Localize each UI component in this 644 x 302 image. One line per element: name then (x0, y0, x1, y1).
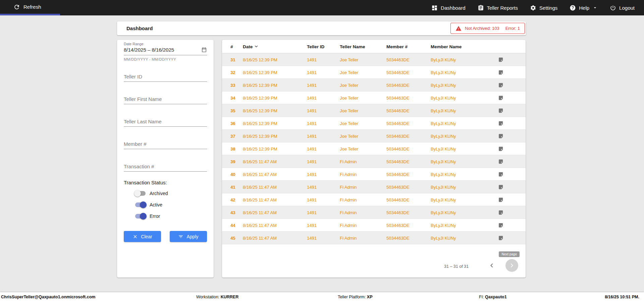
table-row[interactable]: 34 8/16/25 12:39 PM 1491 Joe Teller 5034… (222, 92, 526, 104)
table-row[interactable]: 36 8/16/25 12:39 PM 1491 Joe Teller 5034… (222, 117, 526, 130)
row-number: 44 (230, 223, 235, 228)
note-icon[interactable] (498, 95, 504, 101)
table-row[interactable]: 38 8/16/25 12:39 PM 1491 Joe Teller 5034… (222, 142, 526, 155)
table-row[interactable]: 43 8/16/25 11:47 AM 1491 Fi Admin 503446… (222, 206, 526, 219)
table-row[interactable]: 33 8/16/25 12:39 PM 1491 Joe Teller 5034… (222, 79, 526, 92)
topbar: Refresh Dashboard Teller Reports Setting… (0, 0, 644, 15)
row-number: 41 (230, 184, 235, 189)
nav-dashboard[interactable]: Dashboard (431, 5, 465, 11)
table-row[interactable]: 35 8/16/25 12:39 PM 1491 Joe Teller 5034… (222, 104, 526, 117)
refresh-button[interactable]: Refresh (13, 0, 41, 14)
row-member-name: ByLyJl KUNy (431, 197, 456, 202)
col-header-member-number[interactable]: Member # (386, 44, 408, 49)
footer-workstation-value: KURRER (221, 295, 238, 299)
note-icon[interactable] (498, 197, 504, 202)
row-member-number: 5034463DE (386, 146, 410, 151)
teller-first-name-input[interactable] (124, 95, 207, 104)
row-member-number: 5034463DE (386, 184, 410, 189)
row-member-name: ByLyJl KUNy (431, 108, 456, 113)
nav-logout-label: Logout (619, 5, 635, 11)
col-header-date[interactable]: Date (243, 44, 259, 49)
note-icon[interactable] (498, 209, 504, 215)
row-date: 8/16/25 11:47 AM (243, 235, 277, 240)
table-row[interactable]: 31 8/16/25 12:39 PM 1491 Joe Teller 5034… (222, 53, 526, 66)
transaction-number-input[interactable] (124, 162, 207, 172)
row-teller-name: Joe Teller (340, 121, 358, 126)
toggle-error[interactable]: Error (134, 212, 160, 221)
col-header-teller-name[interactable]: Teller Name (340, 44, 365, 49)
nav-settings-label: Settings (539, 5, 557, 11)
row-member-name: ByLyJl KUNy (431, 172, 456, 177)
table-row[interactable]: 32 8/16/25 12:39 PM 1491 Joe Teller 5034… (222, 66, 526, 79)
col-header-number[interactable]: # (230, 44, 233, 49)
calendar-icon[interactable] (201, 47, 207, 53)
toggle-active[interactable]: Active (134, 200, 162, 209)
table-row[interactable]: 41 8/16/25 11:47 AM 1491 Fi Admin 503446… (222, 181, 526, 193)
footer-teller-platform: Teller Platform: XP (338, 292, 373, 302)
row-teller-id: 1491 (307, 121, 317, 126)
next-page-button[interactable] (505, 259, 518, 272)
row-date: 8/16/25 12:39 PM (243, 95, 277, 100)
note-icon[interactable] (498, 235, 504, 241)
nav-logout[interactable]: Logout (610, 5, 635, 11)
col-header-member-name[interactable]: Member Name (431, 44, 462, 49)
row-number: 39 (230, 159, 235, 164)
dashboard-icon (431, 5, 438, 11)
note-icon[interactable] (498, 133, 504, 139)
footer-platform-label: Teller Platform: (338, 295, 366, 299)
table-body: 31 8/16/25 12:39 PM 1491 Joe Teller 5034… (222, 53, 526, 244)
note-icon[interactable] (498, 222, 504, 228)
note-icon[interactable] (498, 108, 504, 113)
col-header-teller-id[interactable]: Teller ID (307, 44, 324, 49)
nav-teller-reports-label: Teller Reports (487, 5, 518, 11)
row-member-number: 5034463DE (386, 121, 410, 126)
active-switch[interactable] (134, 201, 147, 208)
prev-page-button[interactable] (485, 259, 498, 272)
clear-button[interactable]: Clear (124, 231, 161, 242)
row-teller-name: Fi Admin (340, 172, 357, 177)
nav-settings[interactable]: Settings (530, 5, 557, 11)
row-teller-name: Joe Teller (340, 95, 358, 100)
alert-badge: Not Archived: 103 Error: 1 (450, 23, 525, 34)
toggle-archived-label: Archived (150, 191, 168, 196)
table-row[interactable]: 45 8/16/25 11:47 AM 1491 Fi Admin 503446… (222, 232, 526, 244)
note-icon[interactable] (498, 184, 504, 190)
error-switch[interactable] (134, 213, 147, 220)
row-number: 42 (230, 197, 235, 202)
table-header: # Date Teller ID Teller Name Member # Me… (222, 40, 526, 53)
note-icon[interactable] (498, 120, 504, 126)
date-range-label: Date Range (124, 42, 207, 46)
row-member-number: 5034463DE (386, 197, 410, 202)
toggle-archived[interactable]: Archived (134, 189, 168, 198)
footer-workstation-label: Workstation: (196, 295, 219, 299)
note-icon[interactable] (498, 159, 504, 164)
row-member-name: ByLyJl KUNy (431, 210, 456, 215)
table-row[interactable]: 44 8/16/25 11:47 AM 1491 Fi Admin 503446… (222, 219, 526, 232)
nav-help[interactable]: Help (570, 5, 598, 11)
table-row[interactable]: 42 8/16/25 11:47 AM 1491 Fi Admin 503446… (222, 193, 526, 206)
row-member-number: 5034463DE (386, 108, 410, 113)
date-format-hint: MM/DD/YYYY - MM/DD/YYYY (124, 57, 207, 61)
member-number-input[interactable] (124, 140, 207, 149)
row-teller-id: 1491 (307, 133, 317, 138)
clear-x-icon (132, 234, 138, 239)
note-icon[interactable] (498, 69, 504, 75)
teller-last-name-input[interactable] (124, 117, 207, 127)
note-icon[interactable] (498, 82, 504, 88)
table-row[interactable]: 39 8/16/25 11:47 AM 1491 Fi Admin 503446… (222, 155, 526, 168)
row-teller-id: 1491 (307, 159, 317, 164)
date-range-input[interactable]: 8/14/2025 – 8/16/2025 (124, 47, 207, 55)
note-icon[interactable] (498, 171, 504, 177)
row-teller-name: Fi Admin (340, 197, 357, 202)
help-icon (570, 5, 576, 11)
archived-switch[interactable] (134, 190, 147, 197)
apply-button[interactable]: Apply (170, 231, 207, 242)
table-row[interactable]: 37 8/16/25 12:39 PM 1491 Joe Teller 5034… (222, 130, 526, 142)
note-icon[interactable] (498, 57, 504, 62)
table-row[interactable]: 40 8/16/25 11:47 AM 1491 Fi Admin 503446… (222, 168, 526, 181)
teller-id-input[interactable] (124, 72, 207, 82)
nav-teller-reports[interactable]: Teller Reports (478, 5, 518, 11)
row-date: 8/16/25 11:47 AM (243, 197, 277, 202)
chevron-down-icon (592, 5, 598, 10)
note-icon[interactable] (498, 146, 504, 152)
